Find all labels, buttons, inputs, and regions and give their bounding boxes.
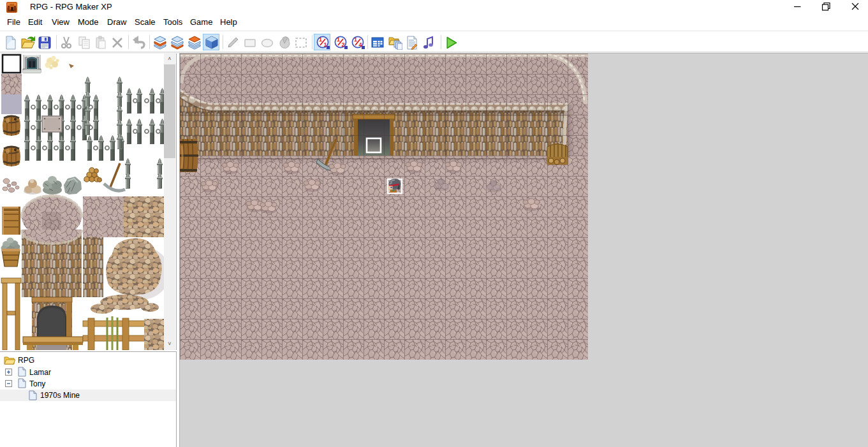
svg-text:1: 1 [319, 36, 322, 43]
svg-text:1: 1 [324, 41, 327, 48]
svg-text:4: 4 [359, 41, 362, 48]
svg-text:2: 2 [342, 41, 345, 48]
svg-text:1: 1 [337, 36, 340, 43]
svg-text:1: 1 [354, 36, 357, 43]
